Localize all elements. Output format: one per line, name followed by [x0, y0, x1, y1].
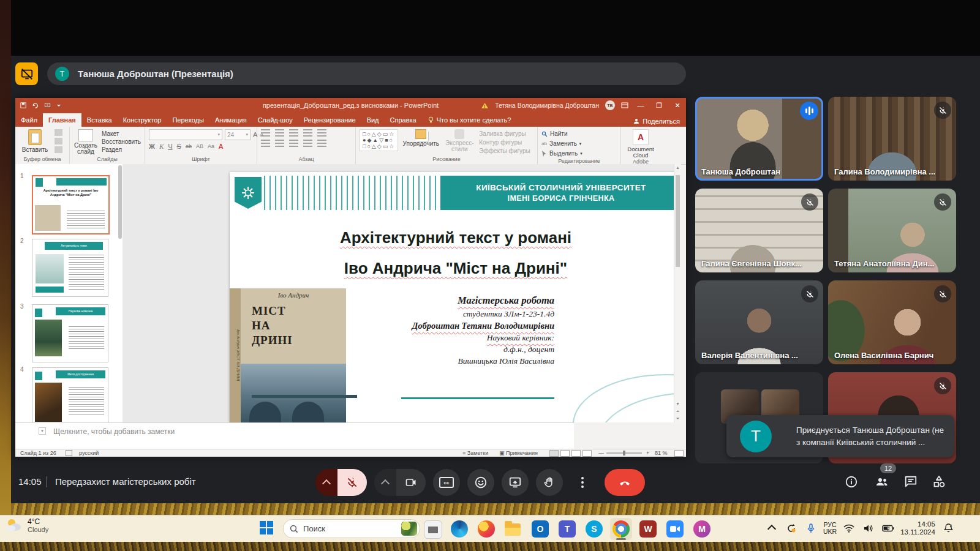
tab-file[interactable]: Файл — [15, 113, 43, 127]
outlook-icon[interactable]: O — [532, 520, 549, 538]
leave-call-button[interactable] — [605, 469, 645, 496]
thumbs-scrollbar[interactable] — [118, 165, 122, 239]
show-everyone-button[interactable] — [873, 473, 891, 491]
volume-icon[interactable] — [861, 524, 876, 533]
language-switcher[interactable]: РУС UKR — [823, 522, 837, 535]
prev-slide-icon[interactable]: ⏶ — [674, 408, 681, 415]
notifications-bell-icon[interactable]: z — [940, 523, 955, 533]
notes-placeholder[interactable]: Щелкните, чтобы добавить заметки — [53, 427, 175, 436]
slide-thumbnail-3[interactable]: Наукова новизна — [32, 304, 108, 362]
align-center-button[interactable] — [275, 140, 284, 147]
acrobat-icon[interactable]: A — [633, 129, 649, 145]
scroll-up-icon[interactable]: ▲ — [674, 164, 681, 171]
edge-icon[interactable] — [451, 520, 468, 538]
font-size-combo[interactable]: 24▾ — [225, 129, 251, 140]
view-normal-button[interactable] — [549, 450, 559, 458]
video-tile-4[interactable]: Тетяна Анатоліївна Дин... — [828, 189, 956, 272]
justify-button[interactable] — [303, 140, 312, 147]
undo-icon[interactable] — [32, 102, 39, 108]
tab-view[interactable]: Вид — [361, 113, 385, 127]
view-sorter-button[interactable] — [560, 450, 570, 458]
file-explorer-icon[interactable] — [505, 520, 522, 538]
shape-effects-button[interactable]: Эффекты фигуры — [479, 148, 530, 154]
line-spacing-button[interactable] — [317, 129, 326, 137]
ribbon-options-icon[interactable] — [621, 102, 628, 108]
notes-collapse-icon[interactable]: ▼ — [39, 427, 46, 435]
raise-hand-button[interactable] — [536, 469, 563, 496]
reactions-button[interactable] — [467, 469, 494, 496]
presentation-paused-button[interactable] — [15, 62, 38, 85]
zoom-out-button[interactable]: — — [598, 450, 604, 456]
start-button[interactable] — [260, 521, 273, 534]
slide-title-line-2[interactable]: Іво Андрича "Міст на Дрині" — [230, 259, 681, 278]
bold-button[interactable]: Ж — [149, 143, 155, 150]
mic-options-button[interactable] — [315, 469, 337, 496]
select-button[interactable]: Выделить ▾ — [541, 149, 582, 158]
tab-design[interactable]: Конструктор — [118, 113, 167, 127]
activities-button[interactable] — [930, 473, 948, 491]
media-app-icon[interactable]: M — [693, 520, 710, 538]
captions-button[interactable]: cc — [433, 469, 460, 496]
slide[interactable]: КИЇВСЬКИЙ СТОЛИЧНИЙ УНІВЕРСИТЕТ ІМЕНІ БО… — [230, 172, 681, 422]
bullets-button[interactable] — [261, 129, 270, 137]
onedrive-sync-icon[interactable] — [784, 523, 799, 534]
w-app-icon[interactable]: W — [639, 520, 657, 538]
meeting-details-button[interactable] — [842, 473, 861, 491]
decrease-indent-button[interactable] — [289, 129, 298, 137]
tray-clock[interactable]: 14:05 13.11.2024 — [900, 520, 935, 536]
find-button[interactable]: Найти — [541, 129, 568, 138]
app-window-icon[interactable] — [424, 520, 441, 538]
language-indicator[interactable]: русский — [79, 450, 99, 456]
strikethrough-button[interactable]: S — [177, 143, 181, 150]
join-notification[interactable]: T Приєднується Танюша Доброштан (не з ко… — [726, 415, 954, 457]
tab-transitions[interactable]: Переходы — [167, 113, 209, 127]
more-options-button[interactable] — [570, 469, 595, 496]
tell-me-box[interactable]: Что вы хотите сделать? — [428, 113, 511, 127]
present-now-button[interactable] — [502, 469, 529, 496]
teams-icon[interactable]: T — [559, 520, 576, 538]
mic-mute-button[interactable] — [337, 469, 367, 496]
display-settings-icon[interactable] — [66, 450, 72, 456]
video-tile-3[interactable]: Галина Євгенівна Шовк... — [695, 189, 823, 272]
shape-outline-button[interactable]: Контур фигуры — [479, 139, 530, 146]
slide-title-line-1[interactable]: Архітектурний текст у романі — [230, 228, 681, 247]
font-name-combo[interactable]: ▾ — [149, 129, 222, 140]
adobe-label-2[interactable]: Cloud — [627, 152, 654, 159]
font-color-button[interactable]: А — [219, 143, 223, 150]
fit-to-window-icon[interactable] — [674, 450, 684, 458]
layout-button[interactable]: Макет — [102, 130, 141, 137]
video-tile-2[interactable]: Галина Володимирівна ... — [828, 97, 956, 181]
save-icon[interactable] — [20, 102, 26, 108]
close-button[interactable]: ✕ — [671, 102, 684, 110]
replace-button[interactable]: ab Заменить ▾ — [541, 139, 581, 148]
notes-toggle[interactable]: ≡ Заметки — [462, 450, 488, 456]
copy-icon[interactable] — [55, 138, 62, 144]
notes-pane[interactable]: ▼ Щелкните, чтобы добавить заметки — [15, 422, 574, 449]
tab-slideshow[interactable]: Слайд-шоу — [252, 113, 298, 127]
align-left-button[interactable] — [261, 140, 270, 147]
battery-icon[interactable] — [881, 525, 895, 532]
italic-button[interactable]: К — [159, 143, 164, 150]
comments-toggle[interactable]: ▣ Примечания — [499, 450, 538, 456]
taskbar-search-box[interactable]: Поиск — [283, 519, 420, 538]
clear-formatting-button[interactable]: ab — [186, 143, 192, 149]
new-slide-button[interactable]: Создать слайд — [74, 129, 98, 155]
video-tile-6[interactable]: Олена Василівна Барнич — [828, 280, 956, 364]
zoom-in-button[interactable]: + — [646, 450, 649, 456]
ppt-account-name[interactable]: Тетяна Володимирівна Доброштан — [495, 102, 599, 109]
tab-help[interactable]: Справка — [385, 113, 422, 127]
tab-review[interactable]: Рецензирование — [298, 113, 361, 127]
minimize-button[interactable]: — — [635, 102, 647, 109]
slide-thumbnail-4[interactable]: Мета дослідження — [32, 367, 108, 425]
zoom-level[interactable]: 81 % — [655, 450, 668, 456]
zoom-slider-knob[interactable] — [623, 451, 625, 455]
book-cover-image[interactable]: Іво Андрич МІСТ НА ДРИНІ Іво Андрич МІСТ… — [230, 288, 346, 422]
section-button[interactable]: Раздел — [102, 146, 141, 153]
chrome-icon[interactable] — [612, 520, 630, 538]
quick-styles-button[interactable]: Экспресс-стили — [443, 129, 475, 152]
video-tile-5[interactable]: Валерія Валентинівна ... — [695, 280, 823, 364]
tray-mic-icon[interactable] — [804, 523, 818, 533]
start-slideshow-icon[interactable] — [44, 102, 51, 108]
arrange-button[interactable]: Упорядочить — [402, 129, 440, 147]
presenter-pill[interactable]: Т Танюша Доброштан (Презентація) — [47, 62, 686, 85]
